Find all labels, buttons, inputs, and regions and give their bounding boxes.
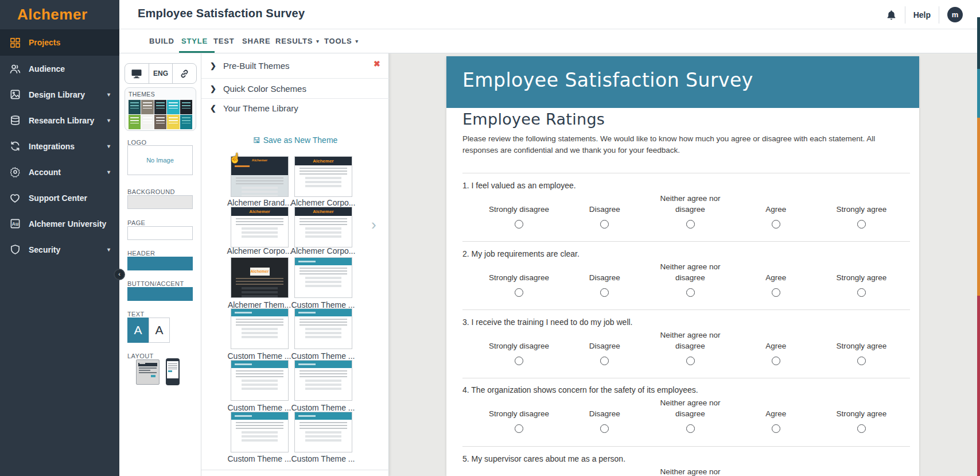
radio-button[interactable]	[772, 357, 780, 365]
mobile-layout-icon[interactable]	[166, 358, 180, 385]
sidebar-item-integrations[interactable]: Integrations ▾	[0, 133, 119, 159]
radio-button[interactable]	[686, 357, 695, 365]
text-theme-color-option[interactable]: A	[127, 318, 149, 343]
theme-thumbnail[interactable]	[231, 412, 289, 452]
tab-build[interactable]: BUILD	[149, 29, 174, 53]
radio-button[interactable]	[686, 424, 695, 433]
background-color-swatch[interactable]	[127, 195, 193, 209]
page-color-swatch[interactable]	[127, 226, 193, 240]
chevron-down-icon: ▾	[107, 117, 110, 123]
tab-results[interactable]: RESULTS▾	[275, 29, 320, 53]
chevron-down-icon: ▾	[356, 38, 359, 44]
alchemer-logo[interactable]: Alchemer	[0, 0, 119, 29]
theme-thumbnail[interactable]	[294, 360, 352, 401]
scale-label: Strongly agree	[837, 330, 887, 351]
theme-thumbnail[interactable]	[231, 360, 289, 401]
sidebar-item-research-library[interactable]: Research Library ▾	[0, 107, 119, 133]
question-text: 2. My job requirements are clear.	[462, 249, 910, 258]
link-icon[interactable]	[173, 64, 196, 83]
scale-label: Agree	[765, 466, 786, 476]
scale-label: Disagree	[589, 466, 620, 476]
scale-label: Strongly disagree	[489, 397, 549, 419]
language-toggle[interactable]: ENG	[149, 64, 173, 83]
radio-button[interactable]	[515, 288, 523, 297]
radio-button[interactable]	[772, 288, 780, 297]
text-dark-color-option[interactable]: A	[149, 318, 170, 343]
theme-thumbnail[interactable]: Alchemer	[231, 257, 289, 298]
sidebar-item-audience[interactable]: Audience	[0, 56, 119, 82]
scale-label: Strongly disagree	[489, 193, 549, 215]
help-link[interactable]: Help	[913, 10, 931, 20]
theme-thumbnail[interactable]: Alchemer	[231, 207, 289, 247]
radio-button[interactable]	[686, 288, 695, 297]
sidebar-item-label: Design Library	[29, 90, 85, 99]
desktop-preview-button[interactable]	[125, 64, 149, 83]
theme-thumbnail[interactable]	[231, 308, 289, 349]
sidebar-collapse-button[interactable]: ‹	[114, 269, 125, 280]
divider	[462, 309, 910, 310]
scale-label: Strongly disagree	[489, 466, 549, 476]
scale-label: Neither agree nor disagree	[660, 261, 720, 283]
sidebar-item-label: Research Library	[29, 116, 94, 125]
question-text: 1. I feel valued as an employee.	[462, 181, 910, 190]
theme-thumbnail[interactable]	[294, 257, 352, 298]
tab-test[interactable]: TEST	[213, 29, 234, 53]
radio-button[interactable]	[686, 220, 695, 229]
radio-button[interactable]	[600, 357, 609, 365]
tab-style[interactable]: STYLE	[181, 29, 208, 53]
radio-button[interactable]	[600, 424, 609, 433]
header-color-swatch[interactable]	[127, 257, 193, 270]
scale-label: Strongly agree	[837, 193, 887, 215]
avatar[interactable]: m	[947, 7, 963, 22]
sidebar-item-label: Security	[29, 245, 60, 254]
themes-picker[interactable]: THEMES	[125, 87, 196, 131]
radio-button[interactable]	[772, 424, 780, 433]
radio-button[interactable]	[857, 424, 866, 433]
radio-button[interactable]	[772, 220, 780, 229]
theme-thumbnail[interactable]	[294, 412, 352, 452]
desktop-layout-icon[interactable]	[136, 359, 160, 385]
theme-thumbnail[interactable]	[294, 308, 352, 349]
button-accent-label: BUTTON/ACCENT	[127, 280, 184, 287]
radio-button[interactable]	[600, 288, 609, 297]
section-your-theme-library[interactable]: ❮ Your Theme Library	[201, 99, 389, 117]
close-icon[interactable]: ✖	[374, 59, 380, 68]
section-prebuilt-themes[interactable]: ❯ Pre-Built Themes	[201, 53, 389, 79]
theme-thumbnail[interactable]: Alchemer	[294, 207, 352, 247]
theme-thumbnail[interactable]: Alchemer	[294, 156, 352, 197]
scale-label: Neither agree nor disagree	[660, 193, 720, 215]
next-page-chevron-icon[interactable]: ›	[371, 216, 376, 234]
divider	[905, 6, 905, 24]
scale-label: Disagree	[589, 193, 620, 215]
radio-button[interactable]	[857, 220, 866, 229]
radio-button[interactable]	[515, 424, 523, 433]
chevron-down-icon: ▾	[107, 91, 110, 98]
scale-label: Disagree	[589, 397, 620, 419]
app-sidebar: Alchemer Projects Audience Design Librar…	[0, 0, 119, 476]
tab-share[interactable]: SHARE	[242, 29, 271, 53]
sidebar-item-projects[interactable]: Projects	[0, 29, 119, 56]
page-label: PAGE	[127, 219, 145, 226]
sidebar-item-account[interactable]: Account ▾	[0, 159, 119, 185]
radio-button[interactable]	[515, 357, 523, 365]
button-accent-color-swatch[interactable]	[127, 287, 193, 301]
radio-button[interactable]	[600, 220, 609, 229]
divider	[462, 446, 910, 447]
sidebar-item-security[interactable]: Security ▾	[0, 237, 119, 262]
logo-upload-box[interactable]: No Image	[127, 145, 193, 175]
notifications-bell-icon[interactable]	[886, 9, 897, 21]
radio-button[interactable]	[857, 288, 866, 297]
save-as-new-theme-link[interactable]: 🖫Save as New Theme	[201, 136, 389, 145]
radio-button[interactable]	[515, 220, 523, 229]
tab-tools[interactable]: TOOLS▾	[324, 29, 359, 53]
sidebar-item-label: Audience	[29, 64, 65, 73]
sidebar-item-design-library[interactable]: Design Library ▾	[0, 82, 119, 107]
sidebar-item-support-center[interactable]: Support Center	[0, 185, 119, 211]
scale-label: Strongly disagree	[489, 330, 549, 351]
save-icon: 🖫	[253, 136, 260, 145]
heart-icon	[9, 192, 21, 204]
sidebar-item-alchemer-university[interactable]: Au Alchemer University	[0, 211, 119, 237]
section-quick-color-schemes[interactable]: ❯ Quick Color Schemes	[201, 79, 389, 99]
top-bar: Employee Satisfaction Survey Help m	[119, 0, 980, 29]
radio-button[interactable]	[857, 357, 866, 365]
